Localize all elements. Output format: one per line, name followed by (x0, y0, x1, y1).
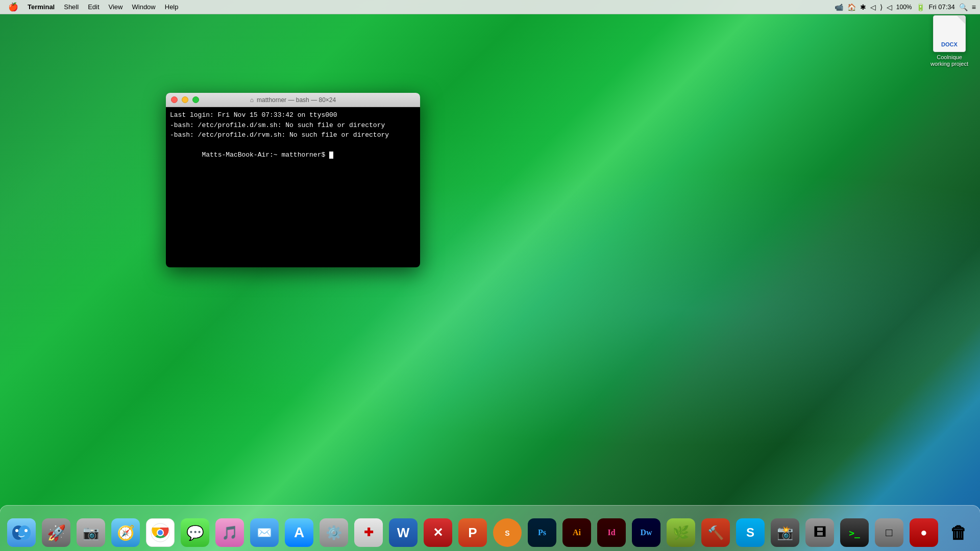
finder-icon[interactable]: 🏠 (847, 3, 856, 11)
dock-item-launchpad[interactable]: 🚀 (40, 516, 72, 549)
menubar: 🍎 Terminal Shell Edit View Window Help 📹… (0, 0, 980, 14)
terminal-title-icon: ⌂ (250, 96, 254, 104)
clock: Fri 07:34 (929, 3, 955, 11)
terminal-line-2: -bash: /etc/profile.d/sm.sh: No such fil… (170, 120, 416, 131)
maximize-button[interactable] (192, 96, 199, 103)
dock-item-indesign[interactable]: Id (595, 516, 628, 549)
dock-item-word[interactable]: W (387, 516, 420, 549)
terminal-content[interactable]: Last login: Fri Nov 15 07:33:42 on ttys0… (166, 107, 420, 267)
dock-item-appstore[interactable]: A (283, 516, 315, 549)
desktop: 🍎 Terminal Shell Edit View Window Help 📹… (0, 0, 980, 551)
terminal-titlebar: ⌂ matthorner — bash — 80×24 (166, 93, 420, 107)
dock-item-itunes[interactable]: 🎵 (213, 516, 246, 549)
dock-item-messages[interactable]: 💬 (179, 516, 211, 549)
audio-icon[interactable]: ◁ (870, 3, 876, 11)
menu-terminal[interactable]: Terminal (23, 2, 59, 12)
file-icon: DOCX (933, 15, 966, 52)
dock-item-ppt[interactable]: P (456, 516, 489, 549)
dock-item-safari[interactable]: 🧭 (109, 516, 142, 549)
search-icon[interactable]: 🔍 (959, 3, 968, 11)
menu-view[interactable]: View (105, 2, 127, 12)
dock-item-iphoto[interactable]: 📸 (769, 516, 801, 549)
terminal-line-1: Last login: Fri Nov 15 07:33:42 on ttys0… (170, 110, 416, 120)
svg-point-4 (24, 529, 28, 532)
menubar-right: 📹 🏠 ✱ ◁ ⟩ ◁ 100% 🔋 Fri 07:34 🔍 ≡ (835, 3, 976, 11)
file-type-label: DOCX (941, 41, 958, 47)
minimize-button[interactable] (182, 96, 188, 103)
dock-item-terminal[interactable]: >_ (838, 516, 871, 549)
dock-item-sysprefs[interactable]: ⚙️ (317, 516, 350, 549)
svg-point-8 (158, 530, 163, 535)
bluetooth-icon[interactable]: ✱ (860, 3, 866, 11)
dock-item-finder[interactable] (5, 516, 38, 549)
dock-item-photoshop[interactable]: Ps (526, 516, 558, 549)
wifi-icon[interactable]: ⟩ (880, 3, 883, 11)
menu-shell[interactable]: Shell (60, 2, 83, 12)
dock-item-crossover[interactable]: ✚ (352, 516, 385, 549)
dock-item-photoshow[interactable]: 🎞 (803, 516, 836, 549)
dock-item-misc[interactable]: □ (873, 516, 905, 549)
dock-item-mail[interactable]: ✉️ (248, 516, 281, 549)
menu-help[interactable]: Help (161, 2, 183, 12)
wave-overlay (0, 14, 980, 505)
menu-window[interactable]: Window (128, 2, 160, 12)
apple-menu[interactable]: 🍎 (4, 1, 22, 13)
dock-item-chrome[interactable] (144, 516, 177, 549)
svg-text:S: S (505, 529, 509, 537)
dock-item-xapp[interactable]: ✕ (422, 516, 454, 549)
dock-item-photocap[interactable]: 📷 (75, 516, 107, 549)
volume-icon[interactable]: ◁ (887, 3, 892, 11)
dock: 🚀 📷 🧭 (0, 505, 980, 551)
dock-item-illustrator[interactable]: Ai (560, 516, 593, 549)
dock-item-trash[interactable]: 🗑 (942, 516, 975, 549)
close-button[interactable] (171, 96, 178, 103)
dock-item-redapp[interactable]: ● (908, 516, 940, 549)
terminal-title: ⌂ matthorner — bash — 80×24 (250, 96, 336, 104)
menu-edit[interactable]: Edit (84, 2, 103, 12)
terminal-cursor (329, 152, 333, 159)
battery-level: 100% (896, 4, 912, 11)
menubar-left: 🍎 Terminal Shell Edit View Window Help (4, 1, 183, 13)
file-name-label: Coolnique working project (929, 54, 970, 67)
terminal-window[interactable]: ⌂ matthorner — bash — 80×24 Last login: … (166, 93, 420, 267)
svg-point-2 (18, 525, 31, 540)
dock-item-whisk[interactable]: 🌿 (665, 516, 697, 549)
battery-icon: 🔋 (916, 3, 925, 11)
svg-point-3 (15, 529, 18, 532)
notification-icon[interactable]: ≡ (972, 3, 976, 11)
terminal-line-4: Matts-MacBook-Air:~ matthorner$ (170, 140, 416, 170)
desktop-file[interactable]: DOCX Coolnique working project (929, 15, 970, 67)
screen-record-icon[interactable]: 📹 (835, 3, 843, 11)
dock-item-hammerspoon[interactable]: 🔨 (699, 516, 732, 549)
dock-item-skype[interactable]: S (734, 516, 767, 549)
dock-item-dreamweaver[interactable]: Dw (630, 516, 663, 549)
terminal-line-3: -bash: /etc/profile.d/rvm.sh: No such fi… (170, 130, 416, 140)
dock-item-spotify[interactable]: S (491, 516, 524, 549)
